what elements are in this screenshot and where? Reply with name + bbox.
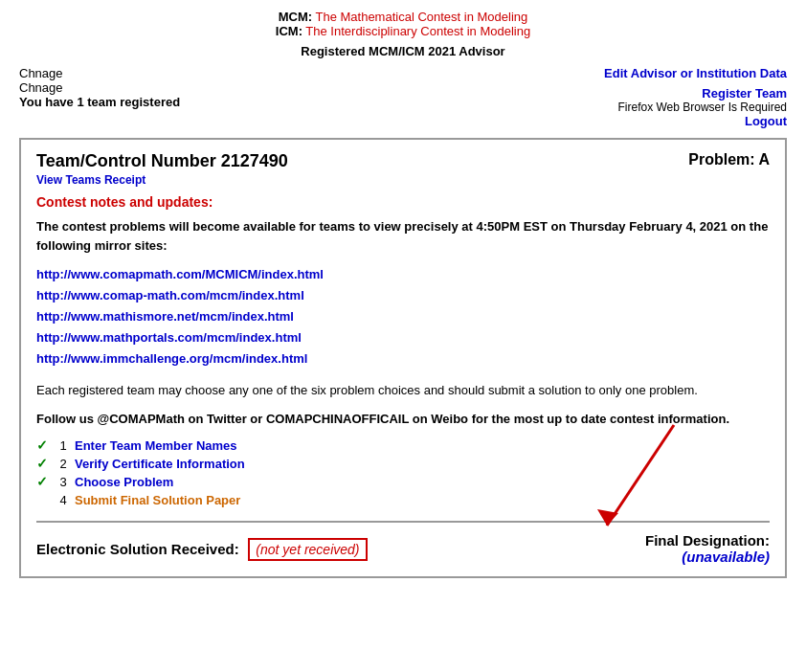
contest-notes-heading: Contest notes and updates: [36, 194, 770, 210]
check-number-1: 1 [52, 438, 75, 453]
mcm-description: The Mathematical Contest in Modeling [315, 10, 527, 24]
final-designation-label: Final Designation: [645, 532, 770, 549]
checklist-item-4: ✓ 4 Submit Final Solution Paper [36, 492, 770, 507]
check-number-2: 2 [52, 457, 75, 471]
mcm-line: MCM: The Mathematical Contest in Modelin… [19, 10, 787, 24]
edit-advisor-link[interactable]: Edit Advisor or Institution Data [604, 66, 787, 80]
check-number-4: 4 [52, 493, 75, 507]
registered-title: Registered MCM/ICM 2021 Advisor [19, 44, 787, 58]
team-box: Team/Control Number 2127490 View Teams R… [19, 138, 787, 578]
checklist: ✓ 1 Enter Team Member Names ✓ 2 Verify C… [36, 437, 770, 507]
mirror-link-2[interactable]: http://www.comap-math.com/mcm/index.html [36, 285, 770, 306]
check-icon-1: ✓ [36, 437, 52, 453]
view-receipt-link[interactable]: View Teams Receipt [36, 173, 288, 187]
icm-description: The Interdisciplinary Contest in Modelin… [305, 24, 530, 38]
footer-box: Electronic Solution Received: (not yet r… [36, 521, 770, 565]
check-number-3: 3 [52, 475, 75, 489]
problem-value: A [758, 151, 770, 168]
footer-section: Electronic Solution Received: (not yet r… [36, 521, 770, 565]
checklist-link-2[interactable]: Verify Certificate Information [75, 457, 245, 471]
page-wrapper: MCM: The Mathematical Contest in Modelin… [0, 0, 806, 588]
problem-label: Problem: A [688, 151, 770, 168]
checklist-item-1: ✓ 1 Enter Team Member Names [36, 437, 770, 453]
mirror-links-section: http://www.comapmath.com/MCMICM/index.ht… [36, 264, 770, 370]
logout-link[interactable]: Logout [745, 114, 787, 128]
body-paragraph-2: Each registered team may choose any one … [36, 381, 770, 400]
check-icon-3: ✓ [36, 474, 52, 489]
electronic-solution-label: Electronic Solution Received: [36, 541, 239, 557]
top-nav-right: Edit Advisor or Institution Data Registe… [604, 66, 787, 128]
mirror-link-5[interactable]: http://www.immchallenge.org/mcm/index.ht… [36, 348, 770, 370]
mcm-acronym: MCM: [279, 10, 312, 24]
mirror-link-4[interactable]: http://www.mathportals.com/mcm/index.htm… [36, 327, 770, 348]
body-paragraph-1: The contest problems will become availab… [36, 217, 770, 255]
checklist-link-4[interactable]: Submit Final Solution Paper [75, 493, 240, 507]
problem-info-right: Problem: A [688, 151, 770, 168]
icm-acronym: ICM: [276, 24, 302, 38]
top-navigation: Chnage Chnage You have 1 team registered… [19, 66, 787, 128]
team-info-left: Team/Control Number 2127490 View Teams R… [36, 151, 288, 187]
nav-change-2: Chnage [19, 80, 180, 95]
checklist-item-3: ✓ 3 Choose Problem [36, 474, 770, 489]
check-icon-2: ✓ [36, 456, 52, 471]
mirror-link-1[interactable]: http://www.comapmath.com/MCMICM/index.ht… [36, 264, 770, 285]
box-header: Team/Control Number 2127490 View Teams R… [36, 151, 770, 187]
top-nav-left: Chnage Chnage You have 1 team registered [19, 66, 180, 109]
checklist-item-2: ✓ 2 Verify Certificate Information [36, 456, 770, 471]
not-received-text: (not yet received) [248, 538, 367, 561]
team-count: You have 1 team registered [19, 95, 180, 109]
mirror-link-3[interactable]: http://www.mathismore.net/mcm/index.html [36, 306, 770, 327]
footer-left-section: Electronic Solution Received: (not yet r… [36, 541, 368, 557]
firefox-note: Firefox Web Browser Is Required [604, 101, 787, 114]
icm-line: ICM: The Interdisciplinary Contest in Mo… [19, 24, 787, 38]
register-team-link[interactable]: Register Team [702, 86, 787, 101]
nav-change-1: Chnage [19, 66, 180, 80]
checklist-link-1[interactable]: Enter Team Member Names [75, 438, 237, 453]
footer-right-section: Final Designation: (unavailable) [645, 532, 770, 565]
checklist-link-3[interactable]: Choose Problem [75, 475, 173, 489]
body-paragraph-3: Follow us @COMAPMath on Twitter or COMAP… [36, 410, 770, 429]
final-designation-value: (unavailable) [645, 549, 770, 565]
team-number: Team/Control Number 2127490 [36, 151, 288, 170]
page-header: MCM: The Mathematical Contest in Modelin… [19, 10, 787, 58]
